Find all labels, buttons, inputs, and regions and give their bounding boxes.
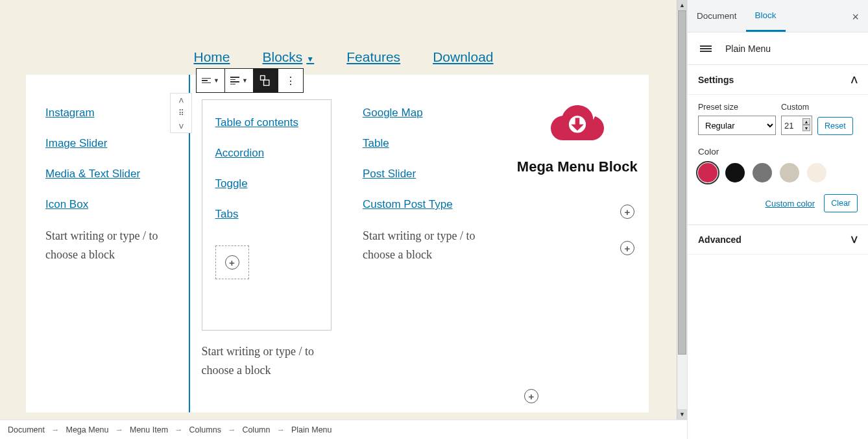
- scrollbar-up-arrow[interactable]: ▲: [677, 0, 687, 10]
- placeholder-text-col3[interactable]: Start writing or type / to choose a bloc…: [363, 227, 493, 264]
- preset-size-select[interactable]: Regular: [698, 116, 776, 135]
- column-2-links: Table of contents Accordion Toggle Tabs: [215, 117, 332, 239]
- svg-rect-1: [264, 80, 269, 85]
- nav-features[interactable]: Features: [346, 49, 400, 65]
- move-down-button[interactable]: ᐯ: [171, 119, 191, 132]
- nav-blocks-label: Blocks: [263, 49, 303, 64]
- add-block-bottom[interactable]: +: [524, 389, 538, 403]
- swatch-3[interactable]: [753, 163, 772, 182]
- close-sidebar-button[interactable]: ×: [852, 10, 859, 24]
- top-nav: Home Blocks▼ Features Download: [0, 49, 687, 65]
- nav-home[interactable]: Home: [193, 49, 230, 65]
- block-identity-row: Plain Menu: [688, 32, 868, 65]
- chevron-down-icon: ▼: [213, 77, 219, 84]
- reset-size-button[interactable]: Reset: [817, 117, 853, 135]
- chevron-down-icon: ▼: [306, 55, 314, 64]
- text-align-left-icon: [230, 77, 239, 84]
- swatch-2[interactable]: [725, 163, 745, 182]
- scrollbar-thumb[interactable]: [678, 10, 686, 355]
- swatch-1[interactable]: [698, 163, 717, 182]
- custom-size-label: Custom: [781, 103, 812, 112]
- column-1-links: Instagram Image Slider Media & Text Slid…: [45, 107, 176, 229]
- link-post-slider[interactable]: Post Slider: [363, 168, 416, 179]
- mega-menu-title: Mega Menu Block: [517, 158, 638, 175]
- move-up-button[interactable]: ᐱ: [171, 94, 191, 107]
- svg-rect-0: [261, 76, 265, 81]
- breadcrumb-separator: →: [51, 425, 60, 434]
- chevron-down-icon: ▼: [242, 77, 248, 84]
- spinner-up[interactable]: ▲: [802, 118, 810, 125]
- link-custom-post-type[interactable]: Custom Post Type: [363, 199, 453, 210]
- menu-icon: [698, 45, 714, 52]
- crumb-column[interactable]: Column: [242, 425, 270, 434]
- plus-circle-icon: +: [225, 255, 239, 270]
- link-icon-box[interactable]: Icon Box: [45, 199, 88, 210]
- column-3-links: Google Map Table Post Slider Custom Post…: [363, 107, 493, 229]
- editor-canvas: Home Blocks▼ Features Download ▼ ▼ ⋮ ᐱ ⠿: [0, 0, 687, 420]
- panel-advanced-toggle[interactable]: Advanced ᐯ: [688, 225, 868, 255]
- block-mover: ᐱ ⠿ ᐯ: [170, 93, 192, 133]
- vertical-scrollbar[interactable]: ▲ ▼: [677, 0, 687, 420]
- block-toolbar: ▼ ▼ ⋮: [196, 68, 304, 93]
- crumb-columns[interactable]: Columns: [189, 425, 221, 434]
- align-left-icon: [202, 78, 211, 84]
- custom-size-input[interactable]: 21 ▲ ▼: [781, 116, 812, 135]
- crumb-plain-menu[interactable]: Plain Menu: [291, 425, 332, 434]
- add-block-inline-2[interactable]: +: [620, 241, 634, 255]
- block-type-button[interactable]: [254, 69, 278, 92]
- column-4: Mega Menu Block + +: [506, 75, 649, 412]
- panel-settings-toggle[interactable]: Settings ᐱ: [688, 65, 868, 95]
- clear-color-button[interactable]: Clear: [824, 194, 858, 212]
- align-left-toggle[interactable]: ▼: [197, 69, 225, 92]
- column-2-selected[interactable]: Table of contents Accordion Toggle Tabs …: [189, 75, 344, 412]
- crumb-document[interactable]: Document: [8, 425, 45, 434]
- custom-color-link[interactable]: Custom color: [766, 199, 815, 208]
- swatch-4[interactable]: [780, 163, 799, 182]
- swatch-5[interactable]: [807, 163, 826, 182]
- link-table[interactable]: Table: [363, 138, 389, 149]
- tab-block[interactable]: Block: [746, 0, 786, 32]
- color-label: Color: [698, 147, 719, 157]
- column-1: Instagram Image Slider Media & Text Slid…: [26, 75, 189, 412]
- add-block-button[interactable]: +: [215, 245, 249, 279]
- sidebar-tabs: Document Block ×: [688, 0, 868, 32]
- breadcrumb-separator: →: [276, 425, 285, 434]
- drag-handle[interactable]: ⠿: [171, 107, 191, 119]
- link-instagram[interactable]: Instagram: [45, 107, 95, 118]
- spinner-down[interactable]: ▼: [802, 125, 810, 131]
- link-google-map[interactable]: Google Map: [363, 107, 423, 118]
- link-accordion[interactable]: Accordion: [215, 147, 265, 158]
- link-media-text-slider[interactable]: Media & Text Slider: [45, 168, 140, 179]
- scrollbar-down-arrow[interactable]: ▼: [677, 409, 687, 420]
- link-toggle[interactable]: Toggle: [215, 178, 248, 189]
- mega-menu-panel: Instagram Image Slider Media & Text Slid…: [26, 75, 649, 412]
- add-block-inline-1[interactable]: +: [620, 205, 634, 219]
- column-2-block: Table of contents Accordion Toggle Tabs …: [202, 99, 332, 331]
- placeholder-text-col1[interactable]: Start writing or type / to choose a bloc…: [45, 227, 176, 264]
- breadcrumb-separator: →: [228, 425, 236, 434]
- crumb-mega-menu[interactable]: Mega Menu: [66, 425, 108, 434]
- block-name-label: Plain Menu: [725, 44, 771, 54]
- chevron-down-icon: ᐯ: [851, 234, 858, 245]
- nav-download[interactable]: Download: [433, 49, 493, 65]
- placeholder-text-col2[interactable]: Start writing or type / to choose a bloc…: [202, 342, 332, 380]
- panel-settings-body: Preset size Regular Custom 21 ▲ ▼ Reset …: [688, 95, 868, 225]
- text-align-toggle[interactable]: ▼: [225, 69, 254, 92]
- nav-blocks[interactable]: Blocks▼: [263, 49, 315, 65]
- layout-icon: [259, 74, 272, 87]
- color-swatches: [698, 163, 858, 182]
- column-3: Google Map Table Post Slider Custom Post…: [343, 75, 506, 412]
- link-image-slider[interactable]: Image Slider: [45, 138, 107, 149]
- panel-advanced-title: Advanced: [698, 234, 741, 245]
- link-toc[interactable]: Table of contents: [215, 117, 299, 128]
- panel-settings-title: Settings: [698, 75, 734, 85]
- link-tabs[interactable]: Tabs: [215, 208, 239, 220]
- block-breadcrumb: Document → Mega Menu → Menu Item → Colum…: [0, 420, 687, 439]
- custom-size-value: 21: [784, 121, 793, 131]
- cloud-download-icon: [551, 104, 604, 144]
- crumb-menu-item[interactable]: Menu Item: [130, 425, 168, 434]
- more-options-button[interactable]: ⋮: [278, 69, 303, 92]
- preset-size-label: Preset size: [698, 103, 776, 112]
- breadcrumb-separator: →: [115, 425, 124, 434]
- tab-document[interactable]: Document: [688, 0, 746, 32]
